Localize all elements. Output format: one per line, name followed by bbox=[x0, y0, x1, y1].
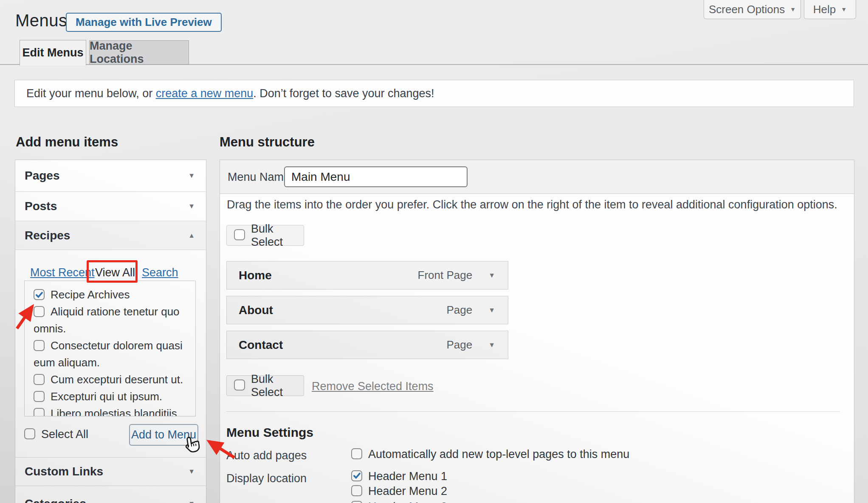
list-item[interactable]: Cum excepturi deserunt ut. bbox=[34, 371, 189, 388]
bulk-select-label: Bulk Select bbox=[251, 373, 304, 399]
menu-structure-panel: Menu Name Drag the items into the order … bbox=[220, 160, 854, 503]
screen-options-button[interactable]: Screen Options ▼ bbox=[704, 0, 801, 19]
checkbox-bulk-select[interactable] bbox=[234, 379, 245, 391]
menu-structure-description: Drag the items into the order you prefer… bbox=[227, 198, 847, 211]
tab-edit-menus[interactable]: Edit Menus bbox=[20, 40, 86, 65]
bulk-select-label: Bulk Select bbox=[251, 222, 304, 249]
menu-settings-heading: Menu Settings bbox=[226, 425, 313, 440]
checkmark-icon bbox=[353, 472, 361, 480]
auto-add-option-label: Automatically add new top-level pages to… bbox=[368, 448, 629, 461]
menu-item-contact[interactable]: Contact Page ▼ bbox=[226, 331, 508, 359]
notice-text-after: . Don’t forget to save your changes! bbox=[253, 87, 434, 100]
chevron-down-icon: ▼ bbox=[188, 172, 195, 180]
checkbox-header-menu-3[interactable] bbox=[351, 501, 362, 503]
display-location-header-menu-3[interactable]: Header Menu 3 bbox=[351, 500, 447, 503]
checkbox-item[interactable] bbox=[34, 340, 45, 351]
accordion-recipes-label: Recipes bbox=[25, 229, 70, 242]
bulk-select-top[interactable]: Bulk Select bbox=[226, 225, 304, 246]
chevron-down-icon: ▼ bbox=[841, 6, 847, 12]
chevron-down-icon[interactable]: ▼ bbox=[488, 307, 495, 314]
menu-name-input[interactable] bbox=[284, 166, 468, 187]
checkbox-auto-add[interactable] bbox=[351, 448, 362, 459]
recipes-tab-search[interactable]: Search bbox=[142, 266, 178, 279]
checkbox-header-menu-1[interactable] bbox=[351, 470, 362, 481]
accordion-custom-links-label: Custom Links bbox=[25, 465, 103, 478]
add-to-menu-button[interactable]: Add to Menu bbox=[129, 424, 198, 446]
tab-manage-locations[interactable]: Manage Locations bbox=[89, 40, 189, 65]
remove-selected-items-link[interactable]: Remove Selected Items bbox=[312, 380, 434, 393]
add-menu-items-heading: Add menu items bbox=[16, 135, 118, 150]
create-new-menu-link[interactable]: create a new menu bbox=[156, 87, 254, 100]
list-item-label: Consectetur dolorem quasi eum aliquam. bbox=[34, 339, 183, 369]
chevron-down-icon[interactable]: ▼ bbox=[488, 272, 495, 279]
checkbox-item[interactable] bbox=[34, 306, 45, 317]
list-item[interactable]: Libero molestias blanditiis bbox=[34, 405, 189, 416]
recipe-items-list: Recipe Archives Aliquid ratione tenetur … bbox=[24, 281, 196, 416]
checkmark-icon bbox=[35, 291, 43, 299]
manage-live-preview-button[interactable]: Manage with Live Preview bbox=[66, 13, 222, 32]
location-label: Header Menu 3 bbox=[368, 500, 447, 503]
accordion-pages-label: Pages bbox=[25, 169, 60, 183]
checkbox-item[interactable] bbox=[34, 374, 45, 385]
menu-name-label: Menu Name bbox=[228, 170, 290, 183]
display-location-label: Display location bbox=[226, 472, 307, 485]
screen-options-label: Screen Options bbox=[709, 3, 785, 16]
menu-item-title: Contact bbox=[239, 338, 283, 352]
list-item-label: Aliquid ratione tenetur quo omnis. bbox=[34, 305, 180, 335]
checkbox-item[interactable] bbox=[34, 391, 45, 402]
accordion-categories-label: Categories bbox=[25, 497, 86, 503]
select-all-label: Select All bbox=[41, 428, 88, 441]
checkbox-select-all[interactable] bbox=[24, 428, 35, 439]
list-item-label: Excepturi qui ut ipsum. bbox=[51, 390, 162, 403]
list-item-label: Cum excepturi deserunt ut. bbox=[51, 373, 183, 386]
accordion-posts[interactable]: Posts ▼ bbox=[15, 192, 206, 221]
accordion-categories[interactable]: Categories ▼ bbox=[15, 486, 206, 503]
chevron-down-icon: ▼ bbox=[790, 6, 796, 12]
location-label: Header Menu 1 bbox=[368, 470, 447, 483]
list-item[interactable]: Aliquid ratione tenetur quo omnis. bbox=[34, 303, 189, 337]
menu-item-type: Page bbox=[446, 303, 472, 317]
menu-item-title: Home bbox=[239, 269, 272, 282]
recipes-tab-view-all[interactable]: View All bbox=[95, 266, 135, 279]
accordion-pages[interactable]: Pages ▼ bbox=[15, 160, 206, 191]
menu-item-type: Front Page bbox=[418, 269, 473, 282]
bulk-select-bottom[interactable]: Bulk Select bbox=[226, 375, 304, 396]
list-item[interactable]: Excepturi qui ut ipsum. bbox=[34, 388, 189, 405]
notice-bar: Edit your menu below, or create a new me… bbox=[14, 80, 854, 107]
checkbox-recipe-archives[interactable] bbox=[34, 289, 45, 300]
menu-structure-heading: Menu structure bbox=[220, 135, 315, 150]
menu-name-row: Menu Name bbox=[220, 160, 854, 194]
recipes-tab-most-recent[interactable]: Most Recent bbox=[30, 266, 95, 279]
menu-item-title: About bbox=[239, 303, 273, 317]
accordion-custom-links[interactable]: Custom Links ▼ bbox=[15, 458, 206, 486]
menu-item-home[interactable]: Home Front Page ▼ bbox=[226, 261, 508, 289]
select-all-control[interactable]: Select All bbox=[24, 424, 88, 444]
list-item-label: Libero molestias blanditiis bbox=[51, 407, 177, 416]
notice-text-before: Edit your menu below, or bbox=[26, 87, 156, 100]
checkbox-header-menu-2[interactable] bbox=[351, 485, 362, 496]
location-label: Header Menu 2 bbox=[368, 485, 447, 498]
checkbox-bulk-select[interactable] bbox=[234, 229, 245, 240]
menu-item-about[interactable]: About Page ▼ bbox=[226, 296, 508, 324]
display-location-header-menu-2[interactable]: Header Menu 2 bbox=[351, 485, 447, 498]
list-item[interactable]: Consectetur dolorem quasi eum aliquam. bbox=[34, 337, 189, 371]
list-item[interactable]: Recipe Archives bbox=[34, 286, 189, 303]
chevron-down-icon: ▼ bbox=[188, 468, 195, 475]
help-label: Help bbox=[813, 3, 836, 16]
display-location-header-menu-1[interactable]: Header Menu 1 bbox=[351, 470, 447, 483]
list-item-label: Recipe Archives bbox=[51, 288, 130, 301]
add-menu-items-panel: Pages ▼ Posts ▼ Recipes ▲ Most Recent Vi… bbox=[15, 160, 206, 503]
auto-add-pages-option[interactable]: Automatically add new top-level pages to… bbox=[351, 448, 629, 461]
accordion-posts-label: Posts bbox=[25, 200, 57, 213]
chevron-up-icon: ▲ bbox=[188, 232, 195, 239]
help-button[interactable]: Help ▼ bbox=[804, 0, 856, 19]
chevron-down-icon: ▼ bbox=[188, 202, 195, 210]
chevron-down-icon[interactable]: ▼ bbox=[488, 342, 495, 348]
settings-divider bbox=[226, 411, 840, 412]
page-title: Menus bbox=[15, 11, 68, 30]
accordion-recipes[interactable]: Recipes ▲ bbox=[15, 221, 206, 250]
menu-item-type: Page bbox=[446, 338, 472, 351]
chevron-down-icon: ▼ bbox=[188, 500, 195, 503]
auto-add-pages-label: Auto add pages bbox=[226, 449, 307, 462]
checkbox-item[interactable] bbox=[34, 408, 45, 416]
